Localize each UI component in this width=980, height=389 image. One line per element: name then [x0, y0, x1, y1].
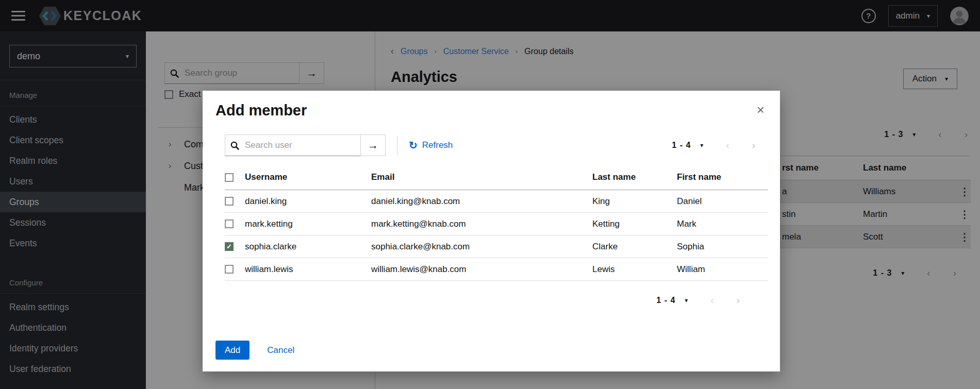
first-name-cell: Sophia [677, 242, 768, 252]
row-checkbox[interactable] [225, 219, 234, 228]
last-name-cell: Lewis [592, 264, 677, 275]
username-cell: william.lewis [245, 264, 371, 275]
modal-pagination-top: 1 - 4 ▾ ‹ › [672, 140, 755, 151]
pagination-range[interactable]: 1 - 4 [672, 141, 691, 150]
first-name-header: First name [677, 172, 768, 182]
row-checkbox[interactable] [225, 197, 234, 206]
table-row: daniel.king daniel.king@knab.com King Da… [225, 190, 768, 213]
username-header: Username [245, 172, 371, 182]
add-button[interactable]: Add [215, 341, 250, 360]
username-cell: daniel.king [245, 196, 371, 207]
check-icon: ✓ [226, 243, 232, 250]
user-search-box [225, 134, 361, 156]
email-header: Email [371, 172, 592, 182]
row-checkbox-checked[interactable]: ✓ [225, 242, 234, 251]
first-name-cell: Daniel [677, 196, 768, 207]
refresh-icon: ↻ [409, 140, 418, 150]
app-root: KEYCLOAK ? admin ▾ demo ▾ Manage [0, 0, 980, 389]
user-search-input[interactable] [244, 140, 355, 151]
user-search-bar: → [225, 134, 386, 156]
row-checkbox[interactable] [225, 265, 234, 274]
last-name-cell: Clarke [592, 242, 677, 252]
last-name-header: Last name [592, 172, 677, 182]
chevron-down-icon[interactable]: ▾ [685, 297, 688, 303]
username-cell: sophia.clarke [245, 242, 371, 252]
pagination-prev-icon[interactable]: ‹ [710, 295, 713, 306]
toolbar-divider [397, 136, 397, 155]
table-row: ✓ sophia.clarke sophia.clarke@knab.com C… [225, 235, 768, 258]
email-cell: mark.ketting@knab.com [371, 219, 592, 229]
modal-toolbar: → ↻ Refresh 1 - 4 ▾ ‹ › [225, 134, 780, 157]
user-search-submit-button[interactable]: → [361, 134, 386, 156]
user-table-header: Username Email Last name First name [225, 165, 768, 190]
add-member-modal: Add member × → ↻ Refresh 1 - 4 [203, 91, 780, 371]
last-name-cell: Ketting [592, 219, 677, 229]
chevron-down-icon[interactable]: ▾ [700, 142, 703, 148]
email-cell: william.lewis@knab.com [371, 264, 592, 275]
modal-title: Add member [215, 102, 307, 119]
refresh-button[interactable]: ↻ Refresh [409, 140, 453, 150]
email-cell: daniel.king@knab.com [371, 196, 592, 207]
table-row: mark.ketting mark.ketting@knab.com Ketti… [225, 213, 768, 235]
modal-pagination-bottom: 1 - 4 ▾ ‹ › [656, 295, 740, 306]
select-all-checkbox[interactable] [225, 173, 234, 182]
first-name-cell: Mark [677, 219, 768, 229]
email-cell: sophia.clarke@knab.com [371, 242, 592, 252]
cancel-button[interactable]: Cancel [267, 345, 294, 356]
close-icon[interactable]: × [757, 103, 765, 116]
table-row: william.lewis william.lewis@knab.com Lew… [225, 258, 768, 281]
pagination-next-icon[interactable]: › [752, 140, 755, 151]
username-cell: mark.ketting [245, 219, 371, 229]
pagination-next-icon[interactable]: › [737, 295, 740, 306]
modal-footer: Add Cancel [215, 341, 294, 360]
pagination-range[interactable]: 1 - 4 [656, 296, 675, 305]
user-select-table: Username Email Last name First name dani… [225, 165, 768, 281]
search-icon [230, 141, 239, 150]
refresh-label: Refresh [422, 140, 453, 150]
pagination-prev-icon[interactable]: ‹ [726, 140, 729, 151]
first-name-cell: William [677, 264, 768, 275]
last-name-cell: King [592, 196, 677, 207]
